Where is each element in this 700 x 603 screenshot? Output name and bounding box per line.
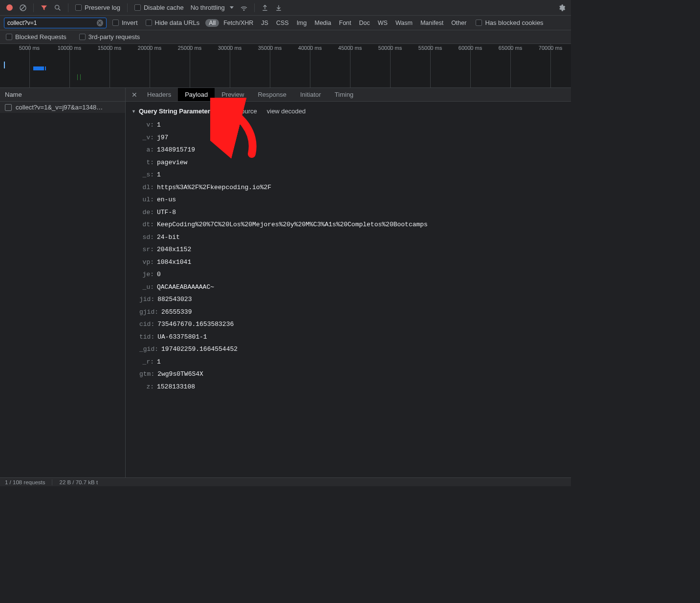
param-row: v1 bbox=[139, 119, 571, 131]
type-filter-ws[interactable]: WS bbox=[374, 19, 391, 27]
param-row: ulen-us bbox=[139, 194, 571, 206]
hide-data-urls-checkbox[interactable]: Hide data URLs bbox=[144, 19, 202, 26]
network-conditions-icon[interactable] bbox=[239, 2, 249, 13]
request-row[interactable]: collect?v=1&_v=j97&a=1348… bbox=[0, 102, 125, 113]
filter-bar-2: Blocked Requests 3rd-party requests bbox=[0, 30, 571, 44]
param-key: z bbox=[139, 382, 157, 392]
type-filter-wasm[interactable]: Wasm bbox=[392, 19, 416, 27]
disable-cache-checkbox[interactable]: Disable cache bbox=[132, 4, 186, 11]
request-name: collect?v=1&_v=j97&a=1348… bbox=[16, 104, 103, 111]
param-key: cid bbox=[139, 320, 157, 329]
param-key: sd bbox=[139, 233, 157, 242]
close-icon[interactable]: ✕ bbox=[129, 91, 140, 99]
param-key: vp bbox=[139, 258, 157, 267]
param-row: gtm2wg9s0TW6S4X bbox=[139, 368, 571, 381]
record-button[interactable] bbox=[4, 2, 15, 13]
clear-icon[interactable] bbox=[18, 2, 28, 13]
param-row: jid882543023 bbox=[139, 293, 571, 306]
param-value: UTF-8 bbox=[157, 208, 176, 217]
tab-timing[interactable]: Timing bbox=[328, 88, 361, 101]
status-bar: 1 / 108 requests 22 B / 70.7 kB t bbox=[0, 477, 571, 486]
hide-data-urls-label: Hide data URLs bbox=[155, 19, 200, 26]
param-value: 26555339 bbox=[161, 307, 192, 317]
param-key: je bbox=[139, 270, 157, 280]
param-key: dt bbox=[139, 220, 157, 230]
request-detail-pane: ✕ HeadersPayloadPreviewResponseInitiator… bbox=[126, 88, 571, 477]
param-key: jid bbox=[139, 295, 157, 304]
param-row: _s1 bbox=[139, 169, 571, 181]
has-blocked-cookies-checkbox[interactable]: Has blocked cookies bbox=[474, 19, 545, 26]
name-column-header[interactable]: Name bbox=[0, 88, 125, 102]
type-filter-img[interactable]: Img bbox=[293, 19, 310, 27]
type-filter-css[interactable]: CSS bbox=[273, 19, 292, 27]
param-value: 735467670.1653583236 bbox=[157, 320, 234, 329]
param-value: KeepCoding%20%7C%20Los%20Mejores%20y%20M… bbox=[157, 220, 428, 230]
search-icon[interactable] bbox=[52, 2, 63, 13]
type-filter-font[interactable]: Font bbox=[336, 19, 355, 27]
type-filter-doc[interactable]: Doc bbox=[356, 19, 373, 27]
param-key: _v bbox=[139, 133, 157, 143]
type-filter-manifest[interactable]: Manifest bbox=[417, 19, 447, 27]
param-value: 0 bbox=[157, 270, 161, 280]
type-filter-other[interactable]: Other bbox=[448, 19, 470, 27]
param-row: z1528133108 bbox=[139, 381, 571, 393]
query-string-params-header[interactable]: Query String Parameters bbox=[131, 108, 214, 115]
invert-checkbox[interactable]: Invert bbox=[110, 19, 140, 26]
tab-headers[interactable]: Headers bbox=[140, 88, 178, 101]
filter-input[interactable] bbox=[7, 20, 97, 26]
download-har-icon[interactable] bbox=[273, 2, 284, 13]
filter-bar: ✕ Invert Hide data URLs AllFetch/XHRJSCS… bbox=[0, 16, 571, 30]
param-value: j97 bbox=[157, 133, 168, 143]
param-value: 1 bbox=[157, 170, 161, 180]
param-key: dl bbox=[139, 183, 157, 193]
status-transfer: 22 B / 70.7 kB t bbox=[59, 479, 98, 485]
file-icon bbox=[5, 104, 12, 111]
tab-response[interactable]: Response bbox=[251, 88, 293, 101]
disable-cache-label: Disable cache bbox=[144, 4, 184, 11]
preserve-log-label: Preserve log bbox=[85, 4, 120, 11]
param-value: 882543023 bbox=[157, 295, 192, 304]
preserve-log-checkbox[interactable]: Preserve log bbox=[73, 4, 122, 11]
param-row: dtKeepCoding%20%7C%20Los%20Mejores%20y%2… bbox=[139, 218, 571, 231]
param-value: en-us bbox=[157, 195, 176, 205]
detail-tabs: ✕ HeadersPayloadPreviewResponseInitiator… bbox=[126, 88, 571, 102]
svg-line-3 bbox=[59, 8, 61, 10]
param-key: _s bbox=[139, 170, 157, 180]
view-source-link[interactable]: view source bbox=[223, 108, 257, 115]
param-value: 1 bbox=[157, 357, 161, 367]
throttling-select[interactable]: No throttling bbox=[189, 4, 236, 11]
tab-preview[interactable]: Preview bbox=[215, 88, 251, 101]
upload-har-icon[interactable] bbox=[260, 2, 270, 13]
param-key: t bbox=[139, 158, 157, 168]
filter-icon[interactable] bbox=[39, 2, 49, 13]
gear-icon[interactable] bbox=[556, 2, 567, 13]
network-toolbar: Preserve log Disable cache No throttling bbox=[0, 0, 571, 16]
param-row: tidUA-63375801-1 bbox=[139, 331, 571, 344]
param-row: cid735467670.1653583236 bbox=[139, 318, 571, 331]
param-value: https%3A%2F%2Fkeepcoding.io%2F bbox=[157, 183, 271, 193]
has-blocked-cookies-label: Has blocked cookies bbox=[485, 19, 543, 26]
svg-point-2 bbox=[55, 5, 59, 9]
param-value: 1528133108 bbox=[157, 382, 195, 392]
view-decoded-link[interactable]: view decoded bbox=[267, 108, 306, 115]
param-value: 1 bbox=[157, 120, 161, 130]
clear-filter-icon[interactable]: ✕ bbox=[97, 20, 103, 26]
tab-initiator[interactable]: Initiator bbox=[293, 88, 328, 101]
param-row: deUTF-8 bbox=[139, 206, 571, 219]
network-timeline[interactable]: 5000 ms10000 ms15000 ms20000 ms25000 ms3… bbox=[0, 44, 571, 88]
param-value: 2048x1152 bbox=[157, 245, 191, 255]
type-filter-all[interactable]: All bbox=[205, 19, 219, 27]
filter-input-wrapper: ✕ bbox=[4, 18, 107, 28]
blocked-requests-label: Blocked Requests bbox=[15, 33, 66, 41]
blocked-requests-checkbox[interactable]: Blocked Requests bbox=[4, 33, 68, 41]
type-filter-fetchxhr[interactable]: Fetch/XHR bbox=[220, 19, 257, 27]
param-value: 2wg9s0TW6S4X bbox=[157, 369, 203, 379]
type-filter-media[interactable]: Media bbox=[311, 19, 334, 27]
type-filter-js[interactable]: JS bbox=[258, 19, 272, 27]
tab-payload[interactable]: Payload bbox=[178, 88, 215, 101]
param-row: gjid26555339 bbox=[139, 306, 571, 319]
third-party-requests-checkbox[interactable]: 3rd-party requests bbox=[77, 33, 142, 41]
param-key: sr bbox=[139, 245, 157, 255]
param-row: je0 bbox=[139, 268, 571, 281]
param-row: _gid197402259.1664554452 bbox=[139, 343, 571, 356]
